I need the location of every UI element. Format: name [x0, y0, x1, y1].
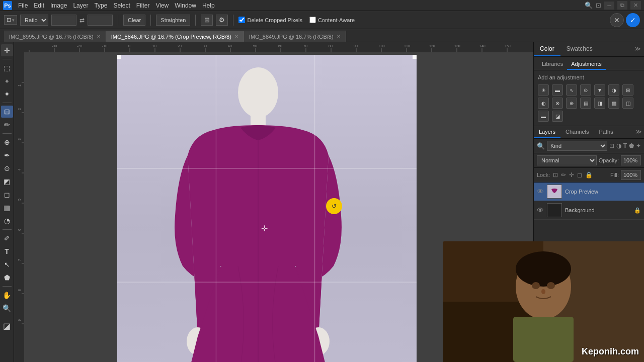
brush-tool[interactable]: ✒	[1, 149, 13, 161]
adj-colorbalance-icon[interactable]: ⊞	[622, 84, 633, 96]
adj-channelmixer-icon[interactable]: ⊕	[566, 98, 577, 109]
lock-all-icon[interactable]: 🔒	[585, 171, 593, 178]
menu-edit[interactable]: Edit	[34, 2, 44, 9]
restore-icon[interactable]: ⧉	[617, 1, 627, 10]
layer-filter-adj-icon[interactable]: ◑	[616, 142, 621, 149]
dodge-tool[interactable]: ◔	[1, 215, 13, 227]
adj-photofilter-icon[interactable]: ⊗	[552, 98, 563, 109]
move-tool[interactable]: ✛	[1, 44, 13, 56]
fill-input[interactable]	[621, 170, 641, 180]
zoom-tool[interactable]: 🔍	[1, 302, 13, 314]
pen-tool[interactable]: ✐	[1, 232, 13, 244]
adj-posterize-icon[interactable]: ▩	[608, 98, 619, 109]
opacity-input[interactable]	[621, 155, 641, 165]
adj-invert-icon[interactable]: ◨	[594, 98, 605, 109]
type-tool[interactable]: T	[1, 245, 13, 257]
menu-layer[interactable]: Layer	[73, 2, 88, 9]
close-tab-1[interactable]: ✕	[234, 34, 238, 39]
lock-position-icon[interactable]: ✛	[569, 171, 574, 178]
menu-filter[interactable]: Filter	[136, 2, 150, 9]
settings-button[interactable]: ⚙	[216, 15, 228, 26]
paths-tab[interactable]: Paths	[594, 126, 618, 138]
tab-img8846[interactable]: IMG_8846.JPG @ 16.7% (Crop Preview, RGB/…	[106, 31, 244, 42]
menu-file[interactable]: File	[18, 2, 28, 9]
workspace-icon[interactable]: ⊡	[596, 2, 601, 9]
layer-filter-type-icon[interactable]: T	[623, 142, 627, 149]
layer-item-background[interactable]: 👁 Background 🔒	[534, 201, 644, 220]
color-tab[interactable]: Color	[534, 42, 560, 56]
fg-bg-colors[interactable]: ◪	[1, 320, 13, 332]
path-select-tool[interactable]: ↖	[1, 258, 13, 270]
adjustments-tab[interactable]: Adjustments	[567, 59, 606, 70]
adj-threshold-icon[interactable]: ◫	[622, 98, 633, 109]
lock-artboards-icon[interactable]: ◻	[577, 171, 582, 178]
lasso-tool[interactable]: ⌖	[1, 75, 13, 87]
layer-filter-shape-icon[interactable]: ⬟	[629, 142, 634, 149]
apply-button[interactable]: ✓	[626, 13, 640, 27]
straighten-button[interactable]: Straighten	[156, 15, 190, 26]
layer-visibility-0[interactable]: 👁	[537, 188, 544, 196]
menu-type[interactable]: Type	[94, 2, 107, 9]
crop-tool[interactable]: ⊡	[1, 106, 13, 118]
menu-window[interactable]: Window	[175, 2, 196, 9]
height-input[interactable]	[88, 15, 113, 26]
menu-select[interactable]: Select	[113, 2, 130, 9]
layers-collapse-btn[interactable]: ≫	[633, 126, 644, 138]
tab-img8995[interactable]: IMG_8995.JPG @ 16.7% (RGB/8) ✕	[4, 31, 106, 42]
eraser-tool[interactable]: ◻	[1, 189, 13, 201]
magic-wand-tool[interactable]: ✦	[1, 88, 13, 100]
close-tab-0[interactable]: ✕	[97, 34, 101, 39]
cancel-button[interactable]: ✕	[610, 13, 624, 27]
swatches-tab[interactable]: Swatches	[560, 42, 599, 56]
grid-button[interactable]: ⊞	[201, 15, 213, 26]
layer-item-crop-preview[interactable]: 👁 Crop Preview	[534, 183, 644, 201]
hand-tool[interactable]: ✋	[1, 289, 13, 301]
shape-tool[interactable]: ⬟	[1, 272, 13, 284]
svg-text:0: 0	[128, 44, 130, 48]
width-input[interactable]	[51, 15, 76, 26]
layers-tab[interactable]: Layers	[534, 126, 560, 138]
adj-vibrance-icon[interactable]: ▼	[594, 84, 605, 96]
content-aware-checkbox[interactable]	[309, 17, 316, 23]
svg-point-81	[547, 282, 555, 289]
gradient-tool[interactable]: ▦	[1, 202, 13, 214]
heal-tool[interactable]: ⊕	[1, 136, 13, 148]
history-tool[interactable]: ◩	[1, 175, 13, 188]
adj-levels-icon[interactable]: ▬	[552, 84, 563, 96]
search-icon[interactable]: 🔍	[585, 2, 593, 9]
menu-view[interactable]: View	[155, 2, 169, 9]
adj-blackwhite-icon[interactable]: ◐	[538, 98, 549, 109]
delete-cropped-checkbox[interactable]	[238, 17, 245, 23]
adj-exposure-icon[interactable]: ⊙	[580, 84, 591, 96]
tab-img8849[interactable]: IMG_8849.JPG @ 16.7% (RGB/8) ✕	[244, 31, 346, 42]
lock-image-icon[interactable]: ✏	[561, 171, 566, 178]
close-tab-2[interactable]: ✕	[337, 34, 341, 39]
adj-curves-icon[interactable]: ∿	[566, 84, 577, 96]
layer-filter-smart-icon[interactable]: ✦	[636, 142, 641, 149]
ratio-select[interactable]: Ratio	[20, 15, 48, 26]
adj-brightness-icon[interactable]: ☀	[538, 84, 549, 96]
panel-collapse-btn[interactable]: ≫	[631, 42, 644, 56]
swap-icon[interactable]: ⇄	[79, 17, 85, 24]
clear-button[interactable]: Clear	[123, 15, 145, 26]
layer-name-0: Crop Preview	[565, 189, 598, 195]
layer-filter-pixel-icon[interactable]: ⊡	[609, 142, 614, 149]
svg-text:150: 150	[505, 44, 511, 48]
libraries-tab[interactable]: Libraries	[538, 59, 567, 70]
minimize-icon[interactable]: ─	[604, 2, 614, 10]
clone-tool[interactable]: ⊙	[1, 162, 13, 174]
eyedropper-tool[interactable]: ✏	[1, 119, 13, 131]
marquee-tool[interactable]: ⬚	[1, 62, 13, 74]
adj-hue-icon[interactable]: ◑	[608, 84, 619, 96]
close-icon[interactable]: ✕	[630, 1, 641, 10]
channels-tab[interactable]: Channels	[560, 126, 594, 138]
lock-transparent-icon[interactable]: ⊡	[553, 171, 558, 178]
adj-selectivecolor-icon[interactable]: ◪	[552, 111, 563, 122]
filter-kind-select[interactable]: Kind	[547, 141, 607, 151]
adj-gradientmap-icon[interactable]: ▬	[538, 111, 549, 122]
adj-colorlookup-icon[interactable]: ▤	[580, 98, 591, 109]
blend-mode-select[interactable]: Normal	[537, 155, 597, 165]
menu-image[interactable]: Image	[50, 2, 67, 9]
menu-help[interactable]: Help	[202, 2, 215, 9]
layer-visibility-1[interactable]: 👁	[537, 206, 544, 214]
